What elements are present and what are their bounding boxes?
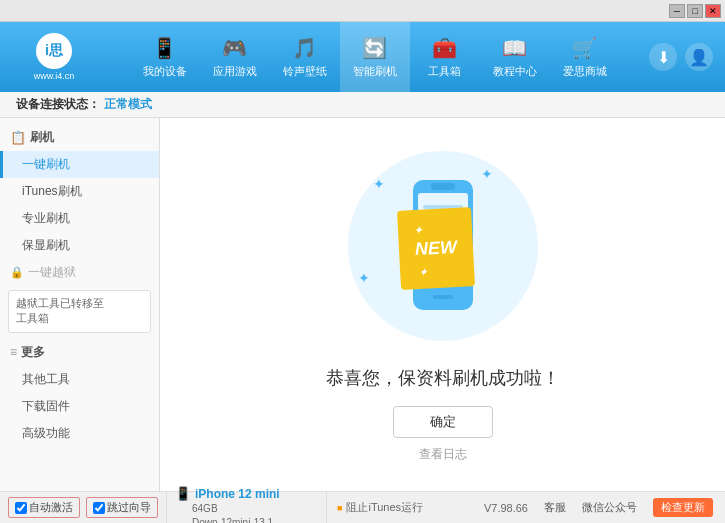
- sidebar-item-itunes-flash[interactable]: iTunes刷机: [0, 178, 159, 205]
- pro-flash-label: 专业刷机: [22, 211, 70, 225]
- nav-item-smart-flash[interactable]: 🔄 智能刷机: [340, 22, 410, 92]
- logo-url: www.i4.cn: [34, 71, 75, 81]
- flash-section-label: 刷机: [30, 129, 54, 146]
- nav-item-ringtone-wallpaper[interactable]: 🎵 铃声壁纸: [270, 22, 340, 92]
- service-link[interactable]: 客服: [544, 500, 566, 515]
- sidebar-locked-jailbreak: 🔒 一键越狱: [0, 259, 159, 286]
- toolbox-icon: 🧰: [432, 36, 457, 60]
- maximize-button[interactable]: □: [687, 4, 703, 18]
- flash-section-header: 📋 刷机: [0, 124, 159, 151]
- nav-item-apps-games[interactable]: 🎮 应用游戏: [200, 22, 270, 92]
- download-firmware-label: 下载固件: [22, 399, 70, 413]
- device-name: iPhone 12 mini: [195, 487, 280, 501]
- phone-container: NEW: [403, 175, 483, 318]
- ringtone-icon: 🎵: [292, 36, 317, 60]
- flash-section-icon: 📋: [10, 130, 26, 145]
- header: i思 www.i4.cn 📱 我的设备 🎮 应用游戏 🎵 铃声壁纸 🔄 智能刷机…: [0, 22, 725, 92]
- sidebar-item-download-firmware[interactable]: 下载固件: [0, 393, 159, 420]
- nav-item-my-device-label: 我的设备: [143, 64, 187, 79]
- version-text: V7.98.66: [484, 502, 528, 514]
- nav-right-buttons: ⬇ 👤: [649, 43, 725, 71]
- mall-icon: 🛒: [572, 36, 597, 60]
- sparkle-1: ✦: [373, 176, 385, 192]
- smart-flash-icon: 🔄: [362, 36, 387, 60]
- wechat-link[interactable]: 微信公众号: [582, 500, 637, 515]
- more-section-header: ≡ 更多: [0, 339, 159, 366]
- content-area: ✦ ✦ ✦ NEW: [160, 118, 725, 491]
- skip-wizard-checkbox[interactable]: 跳过向导: [86, 497, 158, 518]
- logo-area: i思 www.i4.cn: [0, 33, 100, 81]
- full-bottom: 自动激活 跳过向导 📱 iPhone 12 mini 64GB Down-12m…: [0, 491, 725, 523]
- success-message: 恭喜您，保资料刷机成功啦！: [326, 366, 560, 390]
- logo-icon: i思: [36, 33, 72, 69]
- nav-item-mall[interactable]: 🛒 爱思商城: [550, 22, 620, 92]
- more-section-label: 更多: [21, 344, 45, 361]
- device-storage: 64GB: [192, 503, 218, 514]
- nav-item-tutorial[interactable]: 📖 教程中心: [480, 22, 550, 92]
- nav-item-apps-games-label: 应用游戏: [213, 64, 257, 79]
- status-bar: 设备连接状态： 正常模式: [0, 92, 725, 118]
- minimize-button[interactable]: ─: [669, 4, 685, 18]
- confirm-button[interactable]: 确定: [393, 406, 493, 438]
- tutorial-icon: 📖: [502, 36, 527, 60]
- nav-item-smart-flash-label: 智能刷机: [353, 64, 397, 79]
- sidebar-item-one-click-flash[interactable]: 一键刷机: [0, 151, 159, 178]
- locked-label: 一键越狱: [28, 264, 76, 281]
- logo-text: i思: [45, 42, 63, 60]
- sidebar-item-other-tools[interactable]: 其他工具: [0, 366, 159, 393]
- sidebar-item-pro-flash[interactable]: 专业刷机: [0, 205, 159, 232]
- itunes-flash-label: iTunes刷机: [22, 184, 82, 198]
- svg-rect-2: [431, 183, 455, 190]
- device-info-section: 📱 iPhone 12 mini 64GB Down-12mini-13,1: [167, 492, 327, 523]
- jb-notice-text: 越狱工具已转移至工具箱: [16, 297, 104, 324]
- sidebar-item-advanced[interactable]: 高级功能: [0, 420, 159, 447]
- more-section: ≡ 更多 其他工具 下载固件 高级功能: [0, 339, 159, 447]
- svg-rect-3: [433, 295, 453, 299]
- bottom-status-right: V7.98.66 客服 微信公众号 检查更新: [484, 492, 725, 523]
- sidebar: 📋 刷机 一键刷机 iTunes刷机 专业刷机 保显刷机 🔒 一键越狱 越狱工具…: [0, 118, 160, 491]
- title-bar: ─ □ ✕: [0, 0, 725, 22]
- auto-activate-label: 自动激活: [29, 500, 73, 515]
- lock-icon: 🔒: [10, 266, 24, 279]
- skip-wizard-input[interactable]: [93, 502, 105, 514]
- more-icon: ≡: [10, 345, 17, 359]
- nav-items: 📱 我的设备 🎮 应用游戏 🎵 铃声壁纸 🔄 智能刷机 🧰 工具箱 📖 教程中心…: [100, 22, 649, 92]
- status-value: 正常模式: [104, 96, 152, 113]
- itunes-status: 阻止iTunes运行: [337, 500, 423, 515]
- nav-item-mall-label: 爱思商城: [563, 64, 607, 79]
- download-button[interactable]: ⬇: [649, 43, 677, 71]
- bottom-center: 阻止iTunes运行: [327, 492, 484, 523]
- main-container: 📋 刷机 一键刷机 iTunes刷机 专业刷机 保显刷机 🔒 一键越狱 越狱工具…: [0, 118, 725, 491]
- one-click-flash-label: 一键刷机: [22, 157, 70, 171]
- nav-item-toolbox[interactable]: 🧰 工具箱: [410, 22, 480, 92]
- second-link[interactable]: 查看日志: [419, 446, 467, 463]
- sparkle-3: ✦: [358, 270, 370, 286]
- status-label: 设备连接状态：: [16, 96, 100, 113]
- user-button[interactable]: 👤: [685, 43, 713, 71]
- sparkle-2: ✦: [481, 166, 493, 182]
- nav-item-toolbox-label: 工具箱: [428, 64, 461, 79]
- device-icon: 📱: [175, 486, 191, 501]
- save-flash-label: 保显刷机: [22, 238, 70, 252]
- auto-activate-input[interactable]: [15, 502, 27, 514]
- device-model: Down-12mini-13,1: [192, 517, 273, 523]
- new-badge: NEW: [396, 207, 474, 290]
- success-illustration: ✦ ✦ ✦ NEW: [343, 146, 543, 346]
- apps-games-icon: 🎮: [222, 36, 247, 60]
- nav-item-ringtone-label: 铃声壁纸: [283, 64, 327, 79]
- close-button[interactable]: ✕: [705, 4, 721, 18]
- my-device-icon: 📱: [152, 36, 177, 60]
- nav-item-tutorial-label: 教程中心: [493, 64, 537, 79]
- nav-item-my-device[interactable]: 📱 我的设备: [130, 22, 200, 92]
- skip-wizard-label: 跳过向导: [107, 500, 151, 515]
- update-button[interactable]: 检查更新: [653, 498, 713, 517]
- other-tools-label: 其他工具: [22, 372, 70, 386]
- jailbreak-notice: 越狱工具已转移至工具箱: [8, 290, 151, 333]
- sidebar-item-save-flash[interactable]: 保显刷机: [0, 232, 159, 259]
- bottom-checkboxes: 自动激活 跳过向导: [0, 492, 167, 523]
- auto-activate-checkbox[interactable]: 自动激活: [8, 497, 80, 518]
- advanced-label: 高级功能: [22, 426, 70, 440]
